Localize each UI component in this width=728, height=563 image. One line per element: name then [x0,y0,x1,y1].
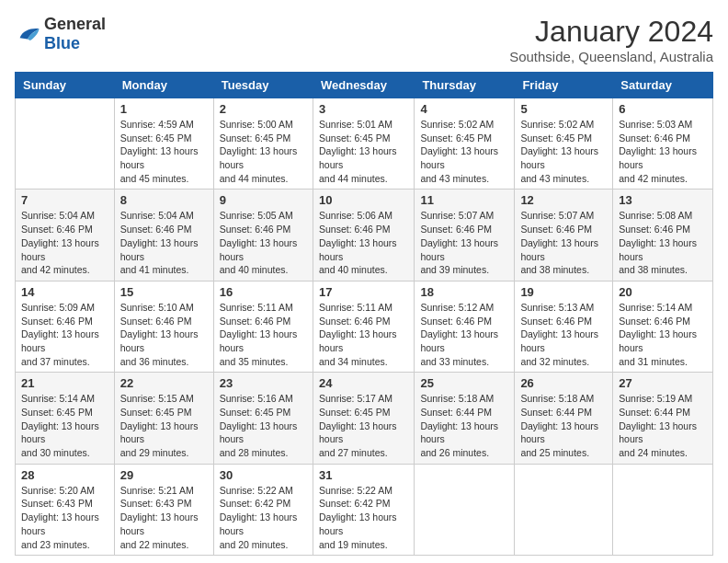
calendar-header-saturday: Saturday [613,73,713,98]
calendar-cell: 2Sunrise: 5:00 AMSunset: 6:45 PMDaylight… [213,98,313,190]
calendar-week-row: 28Sunrise: 5:20 AMSunset: 6:43 PMDayligh… [16,464,713,555]
calendar-cell: 11Sunrise: 5:07 AMSunset: 6:46 PMDayligh… [415,190,515,281]
day-number: 27 [619,376,707,390]
cell-info: Sunrise: 5:02 AMSunset: 6:45 PMDaylight:… [520,118,607,185]
calendar-cell: 4Sunrise: 5:02 AMSunset: 6:45 PMDaylight… [415,98,515,190]
calendar-cell: 15Sunrise: 5:10 AMSunset: 6:46 PMDayligh… [114,281,213,372]
calendar-cell: 6Sunrise: 5:03 AMSunset: 6:46 PMDaylight… [613,98,713,190]
calendar-cell: 14Sunrise: 5:09 AMSunset: 6:46 PMDayligh… [16,281,115,372]
day-number: 11 [420,193,508,207]
calendar-cell: 9Sunrise: 5:05 AMSunset: 6:46 PMDaylight… [213,190,313,281]
day-number: 7 [21,193,108,207]
calendar-cell: 19Sunrise: 5:13 AMSunset: 6:46 PMDayligh… [515,281,613,372]
calendar-cell: 23Sunrise: 5:16 AMSunset: 6:45 PMDayligh… [213,373,313,464]
cell-info: Sunrise: 5:17 AMSunset: 6:45 PMDaylight:… [319,392,408,459]
day-number: 30 [220,468,307,482]
calendar-week-row: 14Sunrise: 5:09 AMSunset: 6:46 PMDayligh… [16,281,713,372]
cell-info: Sunrise: 5:15 AMSunset: 6:45 PMDaylight:… [120,392,208,459]
logo-blue: Blue [44,34,80,52]
calendar-header-row: SundayMondayTuesdayWednesdayThursdayFrid… [16,73,713,98]
day-number: 2 [220,102,307,116]
calendar-cell [16,98,115,190]
day-number: 25 [420,376,508,390]
page-subtitle: Southside, Queensland, Australia [509,49,713,64]
day-number: 15 [120,285,208,299]
calendar-header-thursday: Thursday [415,73,515,98]
cell-info: Sunrise: 5:07 AMSunset: 6:46 PMDaylight:… [520,209,607,276]
day-number: 22 [120,376,208,390]
title-section: January 2024 Southside, Queensland, Aust… [509,15,713,64]
day-number: 17 [319,285,408,299]
cell-info: Sunrise: 5:04 AMSunset: 6:46 PMDaylight:… [120,209,208,276]
day-number: 5 [520,102,607,116]
calendar-cell [415,464,515,555]
calendar-cell: 30Sunrise: 5:22 AMSunset: 6:42 PMDayligh… [213,464,313,555]
calendar-cell: 28Sunrise: 5:20 AMSunset: 6:43 PMDayligh… [16,464,115,555]
cell-info: Sunrise: 5:18 AMSunset: 6:44 PMDaylight:… [520,392,607,459]
cell-info: Sunrise: 5:09 AMSunset: 6:46 PMDaylight:… [21,301,108,368]
cell-info: Sunrise: 5:04 AMSunset: 6:46 PMDaylight:… [21,209,108,276]
cell-info: Sunrise: 5:01 AMSunset: 6:45 PMDaylight:… [319,118,408,185]
calendar-cell: 21Sunrise: 5:14 AMSunset: 6:45 PMDayligh… [16,373,115,464]
cell-info: Sunrise: 5:03 AMSunset: 6:46 PMDaylight:… [619,118,707,185]
cell-info: Sunrise: 5:11 AMSunset: 6:46 PMDaylight:… [319,301,408,368]
day-number: 18 [420,285,508,299]
calendar-week-row: 21Sunrise: 5:14 AMSunset: 6:45 PMDayligh… [16,373,713,464]
calendar-week-row: 1Sunrise: 4:59 AMSunset: 6:45 PMDaylight… [16,98,713,190]
calendar-cell: 5Sunrise: 5:02 AMSunset: 6:45 PMDaylight… [515,98,613,190]
cell-info: Sunrise: 5:02 AMSunset: 6:45 PMDaylight:… [420,118,508,185]
cell-info: Sunrise: 5:19 AMSunset: 6:44 PMDaylight:… [619,392,707,459]
cell-info: Sunrise: 5:00 AMSunset: 6:45 PMDaylight:… [220,118,307,185]
day-number: 4 [420,102,508,116]
calendar-cell: 1Sunrise: 4:59 AMSunset: 6:45 PMDaylight… [114,98,213,190]
calendar-cell: 25Sunrise: 5:18 AMSunset: 6:44 PMDayligh… [415,373,515,464]
cell-info: Sunrise: 4:59 AMSunset: 6:45 PMDaylight:… [120,118,208,185]
calendar-cell: 3Sunrise: 5:01 AMSunset: 6:45 PMDaylight… [313,98,414,190]
logo: General Blue [15,15,106,53]
calendar-header-wednesday: Wednesday [313,73,414,98]
cell-info: Sunrise: 5:22 AMSunset: 6:42 PMDaylight:… [319,484,408,551]
cell-info: Sunrise: 5:18 AMSunset: 6:44 PMDaylight:… [420,392,508,459]
cell-info: Sunrise: 5:16 AMSunset: 6:45 PMDaylight:… [220,392,307,459]
day-number: 19 [520,285,607,299]
cell-info: Sunrise: 5:22 AMSunset: 6:42 PMDaylight:… [220,484,307,551]
calendar-header-monday: Monday [114,73,213,98]
cell-info: Sunrise: 5:21 AMSunset: 6:43 PMDaylight:… [120,484,208,551]
calendar-cell: 26Sunrise: 5:18 AMSunset: 6:44 PMDayligh… [515,373,613,464]
day-number: 10 [319,193,408,207]
day-number: 13 [619,193,707,207]
cell-info: Sunrise: 5:14 AMSunset: 6:46 PMDaylight:… [619,301,707,368]
calendar-cell [613,464,713,555]
day-number: 1 [120,102,208,116]
calendar-cell: 18Sunrise: 5:12 AMSunset: 6:46 PMDayligh… [415,281,515,372]
day-number: 12 [520,193,607,207]
cell-info: Sunrise: 5:06 AMSunset: 6:46 PMDaylight:… [319,209,408,276]
page-title: January 2024 [509,15,713,49]
logo-general: General [44,15,106,33]
day-number: 16 [220,285,307,299]
day-number: 29 [120,468,208,482]
calendar-cell [515,464,613,555]
day-number: 6 [619,102,707,116]
cell-info: Sunrise: 5:10 AMSunset: 6:46 PMDaylight:… [120,301,208,368]
day-number: 24 [319,376,408,390]
cell-info: Sunrise: 5:14 AMSunset: 6:45 PMDaylight:… [21,392,108,459]
page-header: General Blue January 2024 Southside, Que… [15,15,713,64]
calendar-cell: 27Sunrise: 5:19 AMSunset: 6:44 PMDayligh… [613,373,713,464]
calendar-cell: 13Sunrise: 5:08 AMSunset: 6:46 PMDayligh… [613,190,713,281]
calendar-week-row: 7Sunrise: 5:04 AMSunset: 6:46 PMDaylight… [16,190,713,281]
day-number: 14 [21,285,108,299]
day-number: 28 [21,468,108,482]
cell-info: Sunrise: 5:05 AMSunset: 6:46 PMDaylight:… [220,209,307,276]
calendar-cell: 31Sunrise: 5:22 AMSunset: 6:42 PMDayligh… [313,464,414,555]
cell-info: Sunrise: 5:07 AMSunset: 6:46 PMDaylight:… [420,209,508,276]
calendar-header-tuesday: Tuesday [213,73,313,98]
day-number: 21 [21,376,108,390]
day-number: 9 [220,193,307,207]
cell-info: Sunrise: 5:20 AMSunset: 6:43 PMDaylight:… [21,484,108,551]
calendar-cell: 16Sunrise: 5:11 AMSunset: 6:46 PMDayligh… [213,281,313,372]
calendar-cell: 7Sunrise: 5:04 AMSunset: 6:46 PMDaylight… [16,190,115,281]
calendar-header-friday: Friday [515,73,613,98]
calendar-cell: 24Sunrise: 5:17 AMSunset: 6:45 PMDayligh… [313,373,414,464]
day-number: 3 [319,102,408,116]
